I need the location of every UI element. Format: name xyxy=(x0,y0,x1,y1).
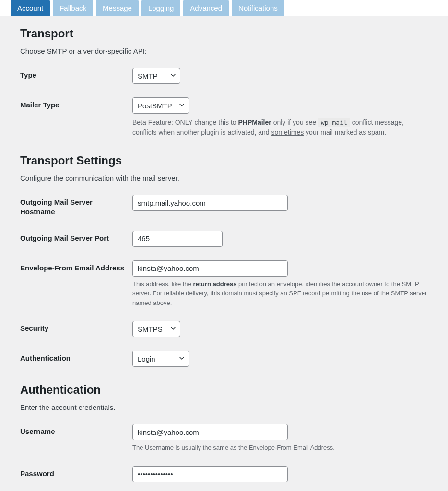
tab-account[interactable]: Account xyxy=(11,0,50,16)
tab-logging[interactable]: Logging xyxy=(141,0,180,16)
transport-intro: Choose SMTP or a vendor-specific API: xyxy=(20,47,428,55)
envelope-help: This address, like the return address pr… xyxy=(132,280,428,308)
username-help: The Username is usually the same as the … xyxy=(132,443,428,453)
hostname-label: Outgoing Mail Server Hostname xyxy=(20,195,132,217)
transport-heading: Transport xyxy=(20,27,428,40)
authentication-intro: Enter the account credentials. xyxy=(20,403,428,411)
authentication-heading: Authentication xyxy=(20,383,428,397)
port-label: Outgoing Mail Server Port xyxy=(20,231,132,243)
tab-fallback[interactable]: Fallback xyxy=(53,0,93,16)
transport-settings-intro: Configure the communication with the mai… xyxy=(20,174,428,182)
sometimes-link[interactable]: sometimes xyxy=(271,129,304,136)
type-select[interactable]: SMTP xyxy=(132,68,180,84)
transport-settings-heading: Transport Settings xyxy=(20,154,428,167)
envelope-label: Envelope-From Email Address xyxy=(20,260,132,273)
tab-message[interactable]: Message xyxy=(96,0,139,16)
password-input[interactable] xyxy=(132,466,288,482)
port-input[interactable] xyxy=(132,231,223,247)
tab-notifications[interactable]: Notifications xyxy=(232,0,284,16)
envelope-input[interactable] xyxy=(132,260,288,277)
type-label: Type xyxy=(20,68,132,80)
authentication-label: Authentication xyxy=(20,351,132,363)
password-label: Password xyxy=(20,466,132,479)
username-label: Username xyxy=(20,424,132,436)
username-input[interactable] xyxy=(132,424,288,440)
mailer-type-help: Beta Feature: ONLY change this to PHPMai… xyxy=(132,117,428,138)
tabs-nav: Account Fallback Message Logging Advance… xyxy=(0,0,448,16)
security-label: Security xyxy=(20,321,132,333)
authentication-select[interactable]: Login xyxy=(132,351,189,367)
mailer-type-select[interactable]: PostSMTP xyxy=(132,97,189,114)
spf-record-link[interactable]: SPF record xyxy=(289,290,320,297)
security-select[interactable]: SMTPS xyxy=(132,321,180,337)
hostname-input[interactable] xyxy=(132,195,288,211)
tab-advanced[interactable]: Advanced xyxy=(183,0,229,16)
mailer-type-label: Mailer Type xyxy=(20,97,132,110)
